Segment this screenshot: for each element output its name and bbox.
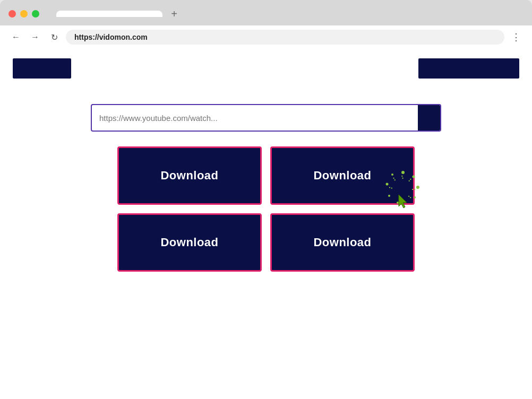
title-bar: + <box>0 0 532 25</box>
download-button-1[interactable]: Download <box>117 146 262 205</box>
reload-button[interactable]: ↻ <box>47 30 62 45</box>
download-button-2[interactable]: Download <box>270 146 415 205</box>
download-buttons-grid: Download Download <box>117 146 415 272</box>
download-button-3[interactable]: Download <box>117 213 262 272</box>
nav-bar: ← → ↻ ⋮ <box>0 25 532 49</box>
minimize-button[interactable] <box>20 10 28 18</box>
site-logo <box>13 58 71 79</box>
url-input-container <box>91 104 441 132</box>
page-content: Download Download <box>0 49 532 399</box>
back-button[interactable]: ← <box>8 30 23 45</box>
main-area: Download Download <box>0 88 532 272</box>
download-button-4[interactable]: Download <box>270 213 415 272</box>
url-submit-button[interactable] <box>418 104 440 132</box>
download-button-2-container: Download <box>270 146 415 205</box>
browser-chrome: + ← → ↻ ⋮ <box>0 0 532 49</box>
close-button[interactable] <box>8 10 16 18</box>
header-cta-block[interactable] <box>418 58 519 79</box>
browser-tab[interactable] <box>56 11 162 17</box>
browser-window: + ← → ↻ ⋮ Download <box>0 0 532 399</box>
maximize-button[interactable] <box>32 10 39 18</box>
traffic-lights <box>8 10 39 18</box>
new-tab-button[interactable]: + <box>167 6 182 21</box>
svg-point-2 <box>416 186 419 189</box>
youtube-url-input[interactable] <box>92 114 418 123</box>
address-bar[interactable] <box>66 30 504 45</box>
tab-bar: + <box>48 6 524 21</box>
browser-menu-button[interactable]: ⋮ <box>509 30 524 45</box>
site-header <box>0 49 532 88</box>
forward-button[interactable]: → <box>28 30 42 45</box>
